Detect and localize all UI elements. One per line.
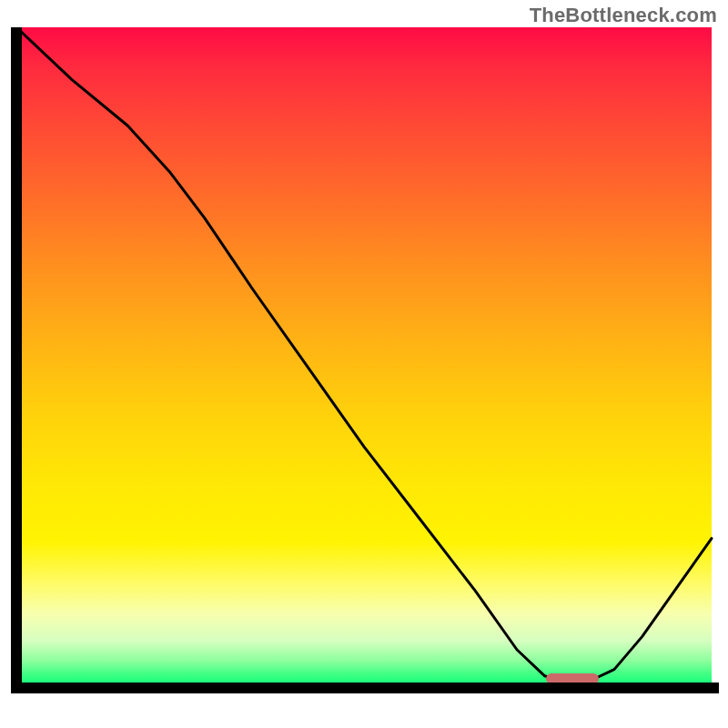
heat-gradient-background — [16, 27, 712, 687]
plot-area — [9, 27, 719, 719]
optimal-marker — [546, 673, 599, 684]
chart-container: TheBottleneck.com — [0, 0, 728, 728]
watermark-text: TheBottleneck.com — [530, 4, 717, 27]
